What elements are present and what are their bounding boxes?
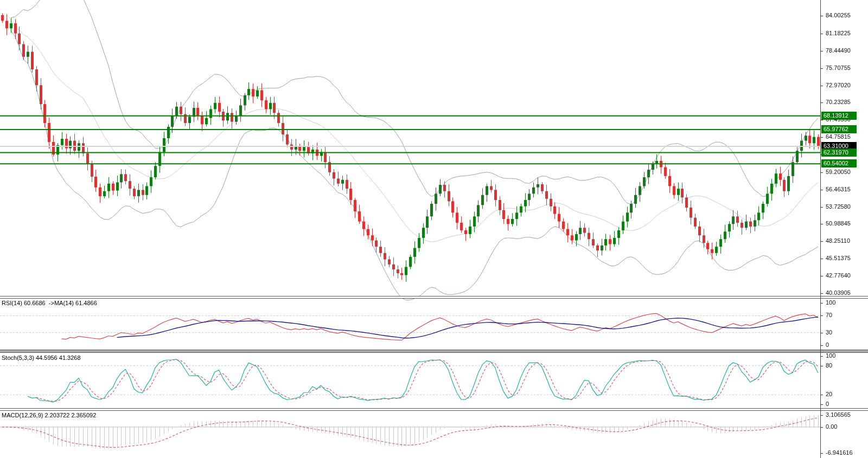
- price-tick-label: 48.25110: [826, 237, 850, 244]
- chart-plot-area[interactable]: [0, 0, 868, 458]
- price-tick-label: 70.23285: [826, 99, 851, 105]
- price-tick-label: 78.44490: [826, 47, 851, 54]
- price-tick-label: 59.20050: [826, 169, 851, 175]
- macd-tick-label: 3.106565: [826, 411, 851, 418]
- price-tick-label: 45.51375: [826, 255, 851, 261]
- price-level-badge: 60.54002: [821, 159, 857, 167]
- price-tick-label: 40.03905: [826, 289, 851, 296]
- price-tick-label: 42.77640: [826, 272, 851, 279]
- price-tick-label: 53.72580: [826, 203, 851, 210]
- price-level-badge: 65.97762: [821, 125, 857, 133]
- rsi-tick-label: 30: [826, 329, 832, 336]
- trading-chart-window: RSI(14) 60.6686 ->MA(14) 61.4866 Stoch(5…: [0, 0, 868, 458]
- price-tick-label: 72.97020: [826, 82, 851, 88]
- stoch-tick-label: 20: [826, 391, 832, 397]
- price-level-badge: 68.13912: [821, 112, 857, 120]
- price-tick-label: 84.00255: [826, 12, 851, 18]
- stoch-tick-label: 100: [826, 352, 835, 359]
- price-tick-label: 81.18225: [826, 30, 851, 36]
- rsi-tick-label: 0: [826, 341, 829, 348]
- stoch-tick-label: 80: [826, 362, 832, 369]
- price-tick-label: 75.70755: [826, 64, 851, 71]
- stochastic-indicator-label: Stoch(5,3,3) 44.5956 41.3268: [2, 354, 81, 361]
- price-tick-label: 64.75815: [826, 133, 851, 140]
- macd-tick-label: -6.941616: [826, 449, 853, 456]
- rsi-tick-label: 100: [826, 299, 835, 306]
- rsi-indicator-label: RSI(14) 60.6686 ->MA(14) 61.4866: [2, 300, 97, 306]
- price-tick-label: 50.98845: [826, 220, 851, 227]
- price-level-badge: 62.31970: [821, 149, 857, 157]
- macd-tick-label: 0.00: [826, 423, 837, 430]
- price-axis[interactable]: 84.0025581.1822578.4449075.7075572.97020…: [821, 0, 868, 458]
- price-tick-label: 56.46315: [826, 186, 851, 192]
- stoch-tick-label: 0: [826, 401, 829, 407]
- rsi-tick-label: 70: [826, 312, 832, 318]
- macd-indicator-label: MACD(12,26,9) 2.203722 2.365092: [2, 412, 96, 418]
